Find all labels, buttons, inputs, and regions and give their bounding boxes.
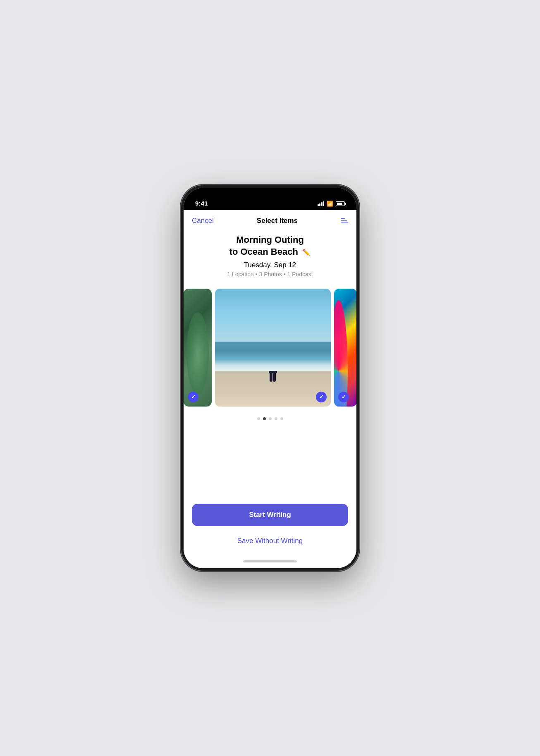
photo-carousel[interactable]: ✓ ✓ ✓ xyxy=(184,283,356,411)
entry-title-line1: Morning Outing xyxy=(236,234,304,245)
entry-date: Tuesday, Sep 12 xyxy=(196,261,344,269)
check-badge-3: ✓ xyxy=(338,392,349,402)
wifi-icon: 📶 xyxy=(327,201,333,207)
status-time: 9:41 xyxy=(195,200,208,207)
pagination-dots xyxy=(184,411,356,423)
carousel-track: ✓ ✓ ✓ xyxy=(184,283,356,411)
app-content: Cancel Select Items Morning Outing to Oc… xyxy=(184,210,356,568)
cancel-button[interactable]: Cancel xyxy=(192,217,214,225)
home-indicator xyxy=(184,554,356,568)
photo-item-1[interactable]: ✓ xyxy=(184,289,212,407)
check-badge-1: ✓ xyxy=(188,392,198,402)
nav-title: Select Items xyxy=(257,217,298,225)
status-icons: 📶 xyxy=(318,201,345,207)
photo-item-3[interactable]: ✓ xyxy=(334,289,356,407)
bottom-actions: Start Writing Save Without Writing xyxy=(184,497,356,554)
dot-2[interactable] xyxy=(263,417,266,420)
save-without-writing-button[interactable]: Save Without Writing xyxy=(192,532,348,550)
signal-icon xyxy=(318,201,325,206)
dynamic-island xyxy=(245,192,295,206)
photo-bg-1 xyxy=(184,289,212,407)
entry-title-line2: to Ocean Beach xyxy=(229,246,298,257)
battery-icon xyxy=(336,201,345,206)
entry-meta: 1 Location • 3 Photos • 1 Podcast xyxy=(196,271,344,278)
beach-sand xyxy=(215,371,331,407)
dot-1[interactable] xyxy=(257,417,260,420)
dot-4[interactable] xyxy=(275,417,277,420)
entry-header: Morning Outing to Ocean Beach ✏️ Tuesday… xyxy=(184,230,356,283)
phone-frame: 9:41 📶 Cancel S xyxy=(181,185,359,571)
status-bar: 9:41 📶 xyxy=(184,188,356,210)
beach-figure xyxy=(269,349,277,373)
check-badge-2: ✓ xyxy=(316,392,327,402)
list-icon[interactable] xyxy=(341,218,348,223)
dot-5[interactable] xyxy=(280,417,283,420)
screen: 9:41 📶 Cancel S xyxy=(184,188,356,568)
edit-pencil-icon[interactable]: ✏️ xyxy=(302,249,311,256)
photo-bg-3 xyxy=(334,289,356,407)
dot-3[interactable] xyxy=(269,417,272,420)
photo-item-2[interactable]: ✓ xyxy=(215,289,331,407)
entry-title-block: Morning Outing to Ocean Beach ✏️ xyxy=(196,234,344,258)
nav-bar: Cancel Select Items xyxy=(184,210,356,230)
photo-bg-2 xyxy=(215,289,331,407)
start-writing-button[interactable]: Start Writing xyxy=(192,504,348,526)
content-spacer xyxy=(184,423,356,497)
home-bar xyxy=(243,560,297,562)
